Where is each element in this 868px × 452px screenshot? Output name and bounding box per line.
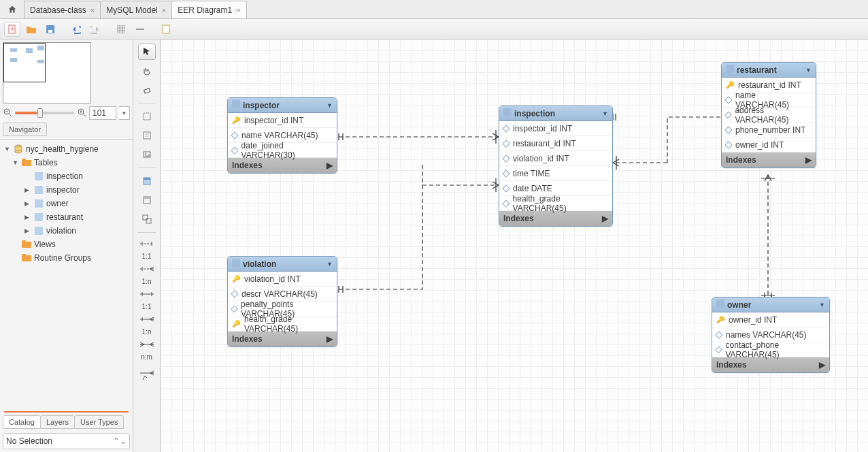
close-icon[interactable]: ×: [236, 6, 240, 14]
save-button[interactable]: [42, 22, 59, 37]
zoom-out-icon[interactable]: [3, 108, 12, 119]
entity-column[interactable]: 🔑inspector_id INT: [228, 113, 337, 128]
tab-label: MySQL Model: [106, 5, 158, 15]
entity-violation[interactable]: violation ▼ 🔑violation_id INT descr VARC…: [227, 256, 337, 347]
entity-header[interactable]: restaurant ▼: [722, 63, 816, 78]
collapse-icon[interactable]: ▼: [819, 302, 825, 308]
zoom-value-input[interactable]: [89, 106, 116, 120]
diagram-canvas[interactable]: inspector ▼ 🔑inspector_id INT name VARCH…: [161, 39, 868, 452]
column-label: violation_id INT: [244, 274, 301, 284]
tree-table-item[interactable]: inspection: [0, 170, 133, 183]
catalog-tab[interactable]: Catalog: [3, 415, 41, 429]
disclosure-triangle-icon[interactable]: ▶: [24, 227, 31, 234]
user-types-tab[interactable]: User Types: [74, 415, 124, 429]
entity-indexes-row[interactable]: Indexes▶: [722, 152, 816, 167]
image-tool[interactable]: [138, 146, 156, 163]
entity-indexes-row[interactable]: Indexes▶: [712, 357, 829, 372]
table-icon: [503, 108, 512, 118]
entity-column[interactable]: 🔑violation_id INT: [228, 272, 337, 287]
zoom-in-icon[interactable]: [77, 108, 86, 119]
navigator-tab-label[interactable]: Navigator: [3, 123, 47, 136]
entity-column[interactable]: contact_phone VARCHAR(45): [712, 342, 829, 357]
entity-indexes-row[interactable]: Indexes▶: [228, 158, 337, 173]
redo-button[interactable]: [87, 22, 103, 37]
tree-routines-node[interactable]: Routine Groups: [0, 251, 133, 265]
home-tab[interactable]: [0, 0, 24, 18]
close-icon[interactable]: ×: [162, 6, 166, 14]
pointer-tool[interactable]: [138, 44, 156, 60]
validate-button[interactable]: [158, 22, 174, 37]
collapse-icon[interactable]: ▼: [805, 67, 812, 74]
undo-icon: [71, 25, 81, 34]
table-tool[interactable]: [138, 173, 156, 189]
relation-1-1-id[interactable]: [138, 288, 156, 300]
eraser-tool[interactable]: [138, 82, 156, 98]
collapse-icon[interactable]: ▼: [327, 102, 333, 109]
relation-1-n-id[interactable]: [138, 313, 156, 325]
column-label: health_grade VARCHAR(45): [244, 314, 333, 334]
entity-restaurant[interactable]: restaurant ▼ 🔑restaurant_id INT name VAR…: [721, 62, 816, 168]
relation-1-n-nonid[interactable]: [138, 263, 156, 275]
note-tool[interactable]: [138, 127, 156, 144]
routine-tool[interactable]: [138, 211, 156, 227]
relation-1-1-nonid[interactable]: [138, 238, 156, 250]
tree-table-item[interactable]: ▶ inspector: [0, 183, 133, 197]
tree-table-item[interactable]: ▶ violation: [0, 224, 133, 238]
close-icon[interactable]: ×: [90, 6, 95, 14]
disclosure-triangle-icon[interactable]: ▶: [24, 200, 31, 207]
entity-header[interactable]: violation ▼: [228, 257, 337, 272]
minimap[interactable]: [3, 42, 91, 103]
entity-header[interactable]: inspection ▼: [499, 106, 612, 121]
view-tool[interactable]: [138, 192, 156, 208]
disclosure-triangle-icon[interactable]: ▼: [12, 159, 19, 166]
selection-dropdown[interactable]: No Selection ⌃⌄: [3, 433, 130, 449]
entity-column[interactable]: time TIME: [499, 166, 612, 181]
entity-indexes-row[interactable]: Indexes▶: [228, 332, 337, 346]
layer-tool[interactable]: [138, 108, 156, 125]
entity-column[interactable]: health_grade VARCHAR(45): [499, 196, 612, 211]
entity-column[interactable]: 🔑owner_id INT: [712, 312, 829, 327]
entity-column[interactable]: 🔑health_grade VARCHAR(45): [228, 317, 337, 332]
tree-table-item[interactable]: ▶ owner: [0, 197, 133, 210]
zoom-dropdown[interactable]: ▼: [119, 106, 130, 120]
collapse-icon[interactable]: ▼: [327, 261, 333, 268]
collapse-icon[interactable]: ▼: [602, 110, 608, 117]
open-button[interactable]: [23, 22, 39, 37]
tab-database-class[interactable]: Database-class ×: [24, 1, 101, 18]
entity-inspection[interactable]: inspection ▼ inspector_id INT restaurant…: [499, 106, 613, 227]
undo-button[interactable]: [68, 22, 84, 37]
align-button[interactable]: [132, 22, 148, 37]
column-label: owner_id INT: [735, 140, 784, 150]
entity-indexes-row[interactable]: Indexes▶: [499, 211, 612, 226]
entity-owner[interactable]: owner ▼ 🔑owner_id INT names VARCHAR(45) …: [712, 297, 830, 373]
entity-column[interactable]: date_joined VARCHAR(30): [228, 143, 337, 158]
grid-toggle-button[interactable]: [113, 22, 129, 37]
key-icon: 🔑: [716, 316, 724, 323]
entity-header[interactable]: owner ▼: [712, 297, 829, 312]
entity-column[interactable]: owner_id INT: [722, 138, 816, 152]
zoom-slider[interactable]: [15, 112, 74, 114]
entity-inspector[interactable]: inspector ▼ 🔑inspector_id INT name VARCH…: [227, 97, 337, 174]
tree-views-node[interactable]: Views: [0, 238, 133, 251]
tab-eer-diagram[interactable]: EER Diagram1 ×: [171, 1, 246, 18]
tree-db-node[interactable]: ▼ nyc_health_hygiene: [0, 142, 133, 156]
entity-column[interactable]: restaurant_id INT: [499, 136, 612, 151]
svg-rect-69: [726, 65, 734, 67]
entity-column[interactable]: inspector_id INT: [499, 121, 612, 136]
tree-table-item[interactable]: ▶ restaurant: [0, 210, 133, 224]
disclosure-triangle-icon[interactable]: ▼: [4, 146, 11, 152]
entity-column[interactable]: violation_id INT: [499, 151, 612, 166]
column-label: time TIME: [513, 169, 550, 178]
hand-tool[interactable]: [138, 63, 156, 79]
relation-n-m[interactable]: [138, 338, 156, 351]
disclosure-triangle-icon[interactable]: ▶: [24, 214, 31, 221]
entity-column[interactable]: phone_number INT: [722, 123, 816, 138]
entity-column[interactable]: address VARCHAR(45): [722, 108, 816, 123]
entity-header[interactable]: inspector ▼: [228, 98, 337, 113]
disclosure-triangle-icon[interactable]: ▶: [24, 187, 31, 193]
new-file-button[interactable]: +: [4, 22, 20, 37]
tree-tables-node[interactable]: ▼ Tables: [0, 156, 133, 170]
relation-existing-cols[interactable]: [138, 369, 156, 381]
tab-mysql-model[interactable]: MySQL Model ×: [100, 1, 172, 18]
layers-tab[interactable]: Layers: [40, 415, 75, 429]
